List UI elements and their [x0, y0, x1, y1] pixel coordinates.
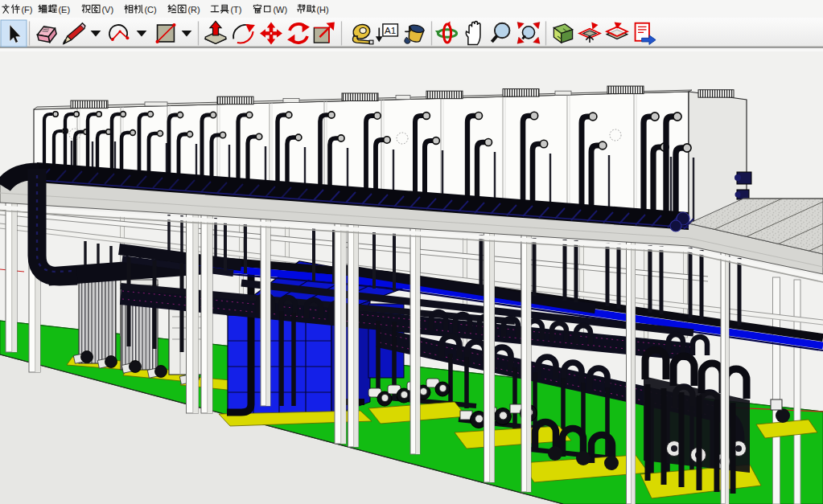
svg-text:A1: A1 — [385, 25, 396, 35]
svg-text:(E): (E) — [58, 5, 70, 14]
svg-text:(V): (V) — [101, 5, 113, 14]
svg-text:(W): (W) — [273, 5, 287, 14]
svg-text:(H): (H) — [316, 5, 328, 14]
svg-text:(C): (C) — [144, 5, 156, 14]
svg-text:(T): (T) — [230, 5, 241, 14]
svg-text:(F): (F) — [21, 5, 32, 14]
svg-text:(R): (R) — [187, 5, 200, 14]
